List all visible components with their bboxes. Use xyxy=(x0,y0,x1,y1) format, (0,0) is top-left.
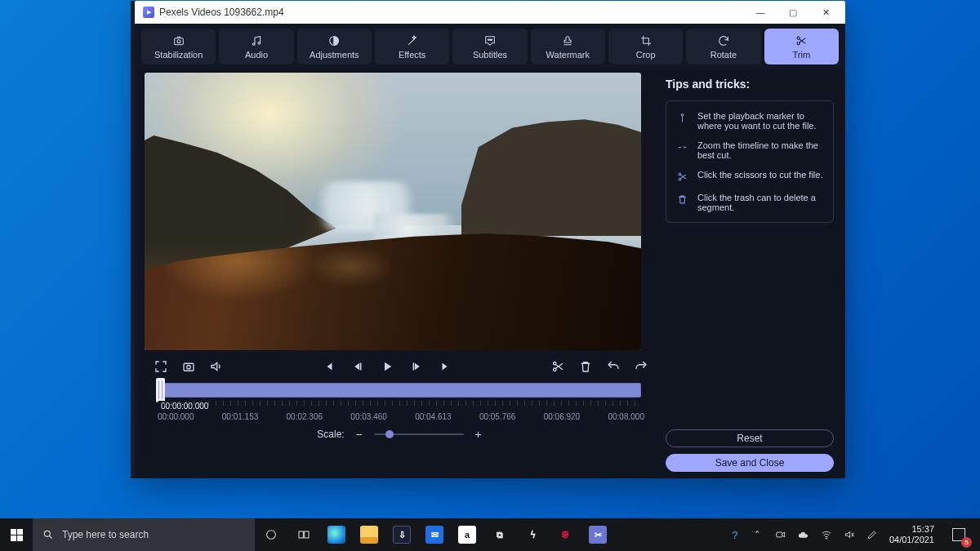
taskbar-app-edge[interactable] xyxy=(320,518,353,551)
tab-label: Stabilization xyxy=(154,50,203,60)
music-note-icon xyxy=(250,34,263,47)
transport-bar xyxy=(145,350,657,378)
tip-text: Click the scissors to cut the file. xyxy=(697,170,822,180)
tab-audio[interactable]: Audio xyxy=(219,29,293,64)
scissors-icon xyxy=(675,171,689,183)
tip-item: Click the trash can to delete a segment. xyxy=(675,193,825,212)
tab-label: Rotate xyxy=(710,50,737,60)
tab-label: Watermark xyxy=(546,50,590,60)
svg-point-18 xyxy=(679,178,681,180)
tab-subtitles[interactable]: Subtitles xyxy=(452,29,527,64)
maximize-button[interactable]: ▢ xyxy=(777,1,809,24)
start-button[interactable] xyxy=(0,518,33,551)
timeline-clip[interactable] xyxy=(164,383,641,398)
snapshot-button[interactable] xyxy=(180,358,197,375)
close-button[interactable]: ✕ xyxy=(809,1,842,24)
action-center-button[interactable]: 5 xyxy=(942,518,975,551)
tips-heading: Tips and tricks: xyxy=(666,78,834,91)
svg-point-5 xyxy=(488,39,488,40)
tray-pen-icon[interactable] xyxy=(862,518,883,551)
tab-crop[interactable]: Crop xyxy=(608,29,683,64)
fullscreen-button[interactable] xyxy=(153,358,169,375)
scale-slider[interactable] xyxy=(374,433,464,435)
taskbar-app-unknown-red[interactable]: ֍ xyxy=(549,518,581,551)
frame-forward-button[interactable] xyxy=(408,358,425,375)
undo-button[interactable] xyxy=(605,358,621,375)
skip-start-button[interactable] xyxy=(320,358,336,375)
timeline-start-handle[interactable] xyxy=(156,378,165,402)
reset-button[interactable]: Reset xyxy=(666,429,834,447)
tab-effects[interactable]: Effects xyxy=(375,29,449,64)
taskbar-app-store[interactable]: ⇩ xyxy=(385,518,418,551)
search-icon xyxy=(42,529,54,540)
scale-minus-button[interactable]: − xyxy=(353,428,366,441)
save-close-button[interactable]: Save and Close xyxy=(666,454,834,472)
minimize-button[interactable]: — xyxy=(744,1,777,24)
tip-item: Click the scissors to cut the file. xyxy=(675,170,825,183)
tab-label: Trim xyxy=(792,50,810,60)
scale-label: Scale: xyxy=(317,429,344,440)
svg-point-16 xyxy=(681,114,684,117)
timeline[interactable]: 00:00:00.000 00:00.000 00:01.153 00:02.3… xyxy=(145,378,657,424)
taskbar-app-mail[interactable]: ✉ xyxy=(418,518,451,551)
svg-point-8 xyxy=(797,37,800,39)
clock-date: 04/01/2021 xyxy=(889,535,934,545)
tab-trim[interactable]: Trim xyxy=(764,29,839,64)
scale-plus-button[interactable]: + xyxy=(472,428,485,441)
tab-adjustments[interactable]: Adjustments xyxy=(297,29,372,64)
task-view-button[interactable] xyxy=(287,518,320,551)
svg-point-14 xyxy=(554,362,556,365)
titlebar[interactable]: Pexels Videos 1093662.mp4 — ▢ ✕ xyxy=(135,1,845,24)
stamp-icon xyxy=(561,34,574,47)
tray-overflow-button[interactable]: ˄ xyxy=(747,518,768,551)
svg-point-9 xyxy=(797,42,800,44)
taskbar-app-video-editor[interactable]: ✂ xyxy=(581,518,614,551)
delete-button[interactable] xyxy=(577,358,594,375)
svg-rect-10 xyxy=(184,363,194,371)
taskbar-search[interactable]: Type here to search xyxy=(33,518,255,551)
app-window: Pexels Videos 1093662.mp4 — ▢ ✕ Stabiliz… xyxy=(135,1,845,478)
skip-end-button[interactable] xyxy=(438,358,454,375)
tab-label: Effects xyxy=(399,50,425,60)
taskbar-app-amazon[interactable]: a xyxy=(451,518,483,551)
scale-slider-thumb[interactable] xyxy=(385,430,394,438)
svg-point-15 xyxy=(554,368,556,371)
speech-bubble-icon xyxy=(483,34,497,47)
contrast-icon xyxy=(327,34,341,47)
tab-stabilization[interactable]: Stabilization xyxy=(141,29,216,64)
tip-text: Set the playback marker to where you wan… xyxy=(697,111,825,131)
cortana-button[interactable] xyxy=(255,518,287,551)
volume-button[interactable] xyxy=(208,358,225,375)
camera-icon xyxy=(172,34,185,47)
frame-back-button[interactable] xyxy=(350,358,366,375)
svg-point-3 xyxy=(258,42,261,44)
tray-help-icon[interactable]: ? xyxy=(724,518,746,551)
taskbar-app-explorer[interactable] xyxy=(353,518,385,551)
tray-network-icon[interactable] xyxy=(816,518,837,551)
zoom-icon xyxy=(675,141,689,153)
tray-meet-now-icon[interactable] xyxy=(770,518,791,551)
cut-button[interactable] xyxy=(550,358,566,375)
tray-onedrive-icon[interactable] xyxy=(793,518,814,551)
tab-label: Adjustments xyxy=(310,50,359,60)
svg-point-1 xyxy=(177,39,180,42)
svg-point-20 xyxy=(267,531,276,540)
taskbar-app-dropbox[interactable]: ⧉ xyxy=(483,518,516,551)
tray-volume-icon[interactable] xyxy=(839,518,860,551)
play-button[interactable] xyxy=(379,358,395,375)
svg-rect-12 xyxy=(360,363,362,371)
svg-point-24 xyxy=(826,538,826,539)
windows-logo-icon xyxy=(11,529,23,541)
tip-item: Set the playback marker to where you wan… xyxy=(675,111,825,131)
notification-badge: 5 xyxy=(961,537,972,548)
video-preview[interactable] xyxy=(145,73,641,350)
window-title: Pexels Videos 1093662.mp4 xyxy=(159,7,284,18)
taskbar-clock[interactable]: 15:37 04/01/2021 xyxy=(884,524,941,544)
svg-point-2 xyxy=(252,42,255,45)
tab-watermark[interactable]: Watermark xyxy=(531,29,605,64)
redo-button[interactable] xyxy=(633,358,649,375)
svg-point-17 xyxy=(679,173,681,176)
tab-label: Crop xyxy=(636,50,656,60)
tab-rotate[interactable]: Rotate xyxy=(686,29,760,64)
taskbar-app-unknown-bolt[interactable]: ϟ xyxy=(516,518,549,551)
